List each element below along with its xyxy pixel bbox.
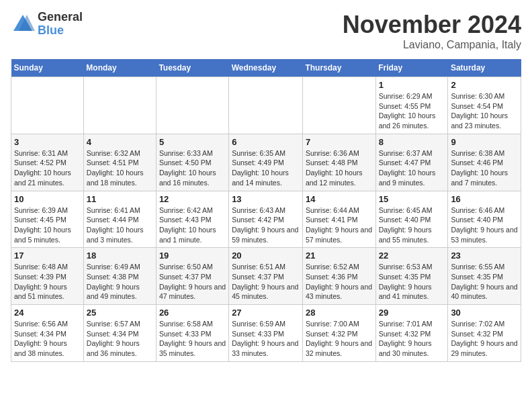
table-row: 22Sunrise: 6:53 AM Sunset: 4:35 PM Dayli… — [375, 248, 448, 305]
header-friday: Friday — [375, 59, 448, 77]
day-number: 23 — [451, 250, 518, 261]
table-row: 16Sunrise: 6:46 AM Sunset: 4:40 PM Dayli… — [448, 191, 521, 248]
day-number: 2 — [451, 80, 518, 90]
logo-general-label: General — [38, 11, 83, 24]
table-row: 21Sunrise: 6:52 AM Sunset: 4:36 PM Dayli… — [302, 248, 375, 305]
table-row: 18Sunrise: 6:49 AM Sunset: 4:38 PM Dayli… — [83, 248, 156, 305]
month-title: November 2024 — [343, 11, 521, 39]
day-number: 4 — [87, 137, 153, 147]
header-saturday: Saturday — [448, 59, 521, 77]
day-info: Sunrise: 6:52 AM Sunset: 4:36 PM Dayligh… — [306, 262, 373, 302]
day-info: Sunrise: 6:45 AM Sunset: 4:40 PM Dayligh… — [379, 205, 445, 245]
day-number: 3 — [14, 137, 81, 147]
table-row: 23Sunrise: 6:55 AM Sunset: 4:35 PM Dayli… — [448, 248, 521, 305]
day-number: 16 — [451, 194, 518, 204]
day-number: 15 — [379, 194, 445, 204]
day-info: Sunrise: 6:44 AM Sunset: 4:41 PM Dayligh… — [306, 205, 373, 245]
day-info: Sunrise: 6:41 AM Sunset: 4:44 PM Dayligh… — [87, 205, 153, 245]
table-row: 29Sunrise: 7:01 AM Sunset: 4:32 PM Dayli… — [375, 305, 448, 362]
day-info: Sunrise: 7:01 AM Sunset: 4:32 PM Dayligh… — [379, 319, 445, 359]
day-number: 13 — [232, 194, 300, 204]
logo-blue-label: Blue — [38, 24, 83, 38]
day-number: 12 — [159, 194, 226, 204]
table-row — [156, 77, 228, 134]
table-row: 11Sunrise: 6:41 AM Sunset: 4:44 PM Dayli… — [83, 191, 156, 248]
day-info: Sunrise: 6:29 AM Sunset: 4:55 PM Dayligh… — [379, 91, 445, 131]
day-info: Sunrise: 6:48 AM Sunset: 4:39 PM Dayligh… — [14, 262, 81, 302]
calendar-header: Sunday Monday Tuesday Wednesday Thursday… — [11, 59, 521, 77]
day-number: 22 — [379, 250, 445, 261]
table-row: 6Sunrise: 6:35 AM Sunset: 4:49 PM Daylig… — [229, 134, 303, 191]
day-number: 20 — [232, 250, 300, 261]
logo-text: General Blue — [38, 11, 83, 38]
table-row: 10Sunrise: 6:39 AM Sunset: 4:45 PM Dayli… — [11, 191, 84, 248]
page-header: General Blue November 2024 Laviano, Camp… — [11, 11, 521, 51]
table-row — [83, 77, 156, 134]
day-number: 10 — [14, 194, 81, 204]
table-row: 30Sunrise: 7:02 AM Sunset: 4:32 PM Dayli… — [448, 305, 521, 362]
calendar-body: 1Sunrise: 6:29 AM Sunset: 4:55 PM Daylig… — [11, 77, 521, 362]
table-row — [11, 77, 84, 134]
day-info: Sunrise: 6:57 AM Sunset: 4:34 PM Dayligh… — [87, 319, 153, 359]
day-number: 1 — [379, 80, 445, 90]
logo-icon — [11, 12, 35, 36]
table-row: 26Sunrise: 6:58 AM Sunset: 4:33 PM Dayli… — [156, 305, 228, 362]
day-info: Sunrise: 6:35 AM Sunset: 4:49 PM Dayligh… — [232, 148, 300, 188]
day-number: 6 — [232, 137, 300, 147]
day-info: Sunrise: 6:56 AM Sunset: 4:34 PM Dayligh… — [14, 319, 81, 359]
day-number: 7 — [306, 137, 373, 147]
table-row: 5Sunrise: 6:33 AM Sunset: 4:50 PM Daylig… — [156, 134, 228, 191]
location-label: Laviano, Campania, Italy — [343, 39, 521, 51]
table-row: 19Sunrise: 6:50 AM Sunset: 4:37 PM Dayli… — [156, 248, 228, 305]
day-number: 8 — [379, 137, 445, 147]
day-number: 29 — [379, 308, 445, 318]
day-info: Sunrise: 6:55 AM Sunset: 4:35 PM Dayligh… — [451, 262, 518, 302]
day-number: 30 — [451, 308, 518, 318]
day-number: 14 — [306, 194, 373, 204]
table-row: 2Sunrise: 6:30 AM Sunset: 4:54 PM Daylig… — [448, 77, 521, 134]
day-info: Sunrise: 6:32 AM Sunset: 4:51 PM Dayligh… — [87, 148, 153, 188]
table-row: 12Sunrise: 6:42 AM Sunset: 4:43 PM Dayli… — [156, 191, 228, 248]
table-row: 27Sunrise: 6:59 AM Sunset: 4:33 PM Dayli… — [229, 305, 303, 362]
table-row: 20Sunrise: 6:51 AM Sunset: 4:37 PM Dayli… — [229, 248, 303, 305]
day-info: Sunrise: 6:50 AM Sunset: 4:37 PM Dayligh… — [159, 262, 226, 302]
header-monday: Monday — [83, 59, 156, 77]
day-info: Sunrise: 6:31 AM Sunset: 4:52 PM Dayligh… — [14, 148, 81, 188]
day-number: 25 — [87, 308, 153, 318]
day-info: Sunrise: 6:33 AM Sunset: 4:50 PM Dayligh… — [159, 148, 226, 188]
table-row: 14Sunrise: 6:44 AM Sunset: 4:41 PM Dayli… — [302, 191, 375, 248]
day-info: Sunrise: 6:36 AM Sunset: 4:48 PM Dayligh… — [306, 148, 373, 188]
table-row: 15Sunrise: 6:45 AM Sunset: 4:40 PM Dayli… — [375, 191, 448, 248]
day-number: 27 — [232, 308, 300, 318]
day-info: Sunrise: 7:00 AM Sunset: 4:32 PM Dayligh… — [306, 319, 373, 359]
header-sunday: Sunday — [11, 59, 84, 77]
header-wednesday: Wednesday — [229, 59, 303, 77]
table-row: 25Sunrise: 6:57 AM Sunset: 4:34 PM Dayli… — [83, 305, 156, 362]
day-info: Sunrise: 7:02 AM Sunset: 4:32 PM Dayligh… — [451, 319, 518, 359]
day-number: 21 — [306, 250, 373, 261]
header-tuesday: Tuesday — [156, 59, 228, 77]
table-row: 4Sunrise: 6:32 AM Sunset: 4:51 PM Daylig… — [83, 134, 156, 191]
day-info: Sunrise: 6:51 AM Sunset: 4:37 PM Dayligh… — [232, 262, 300, 302]
table-row — [302, 77, 375, 134]
table-row — [229, 77, 303, 134]
day-info: Sunrise: 6:49 AM Sunset: 4:38 PM Dayligh… — [87, 262, 153, 302]
table-row: 24Sunrise: 6:56 AM Sunset: 4:34 PM Dayli… — [11, 305, 84, 362]
calendar-table: Sunday Monday Tuesday Wednesday Thursday… — [11, 59, 521, 362]
table-row: 7Sunrise: 6:36 AM Sunset: 4:48 PM Daylig… — [302, 134, 375, 191]
day-number: 24 — [14, 308, 81, 318]
day-number: 11 — [87, 194, 153, 204]
day-info: Sunrise: 6:39 AM Sunset: 4:45 PM Dayligh… — [14, 205, 81, 245]
day-info: Sunrise: 6:58 AM Sunset: 4:33 PM Dayligh… — [159, 319, 226, 359]
day-info: Sunrise: 6:59 AM Sunset: 4:33 PM Dayligh… — [232, 319, 300, 359]
table-row: 3Sunrise: 6:31 AM Sunset: 4:52 PM Daylig… — [11, 134, 84, 191]
title-block: November 2024 Laviano, Campania, Italy — [343, 11, 521, 51]
day-info: Sunrise: 6:30 AM Sunset: 4:54 PM Dayligh… — [451, 91, 518, 131]
day-number: 19 — [159, 250, 226, 261]
day-number: 18 — [87, 250, 153, 261]
day-number: 26 — [159, 308, 226, 318]
day-number: 9 — [451, 137, 518, 147]
table-row: 1Sunrise: 6:29 AM Sunset: 4:55 PM Daylig… — [375, 77, 448, 134]
header-thursday: Thursday — [302, 59, 375, 77]
table-row: 13Sunrise: 6:43 AM Sunset: 4:42 PM Dayli… — [229, 191, 303, 248]
